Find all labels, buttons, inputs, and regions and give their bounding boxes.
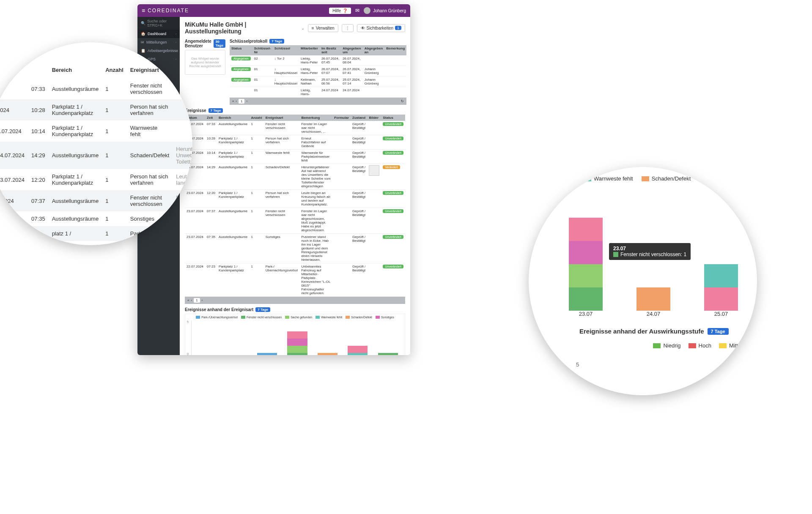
table-row[interactable]: 23.07.202407:35Ausstellungsräume1Sonstig… xyxy=(185,234,405,263)
help-icon: ❓ xyxy=(343,8,348,13)
user-name[interactable]: Johann Grünberg xyxy=(373,8,406,13)
table-row[interactable]: 26.07.202407:33Ausstellungsräume1Fenster… xyxy=(185,121,405,135)
table-row: 7.202407:37Ausstellungsräume1Fenster nic… xyxy=(0,190,192,211)
table-row[interactable]: Abgegeben02↓ Tor 2Liebig, Hans-Peter26.0… xyxy=(230,55,406,66)
sidebar-item-2[interactable]: 📋Arbeitsergebnisse‹ xyxy=(137,46,180,55)
search-icon: 🔍 xyxy=(141,21,145,25)
zoom-chart: Warnweste fehltSchaden/DefektS 23.07 Fen… xyxy=(529,167,757,395)
zoom-chart-title: Ereignisse anhand der Auswirkungsstufe xyxy=(579,328,704,335)
page-title: MiKuMu Halle GmbH | Ausstellungsleitung xyxy=(185,21,298,35)
paginator[interactable]: «‹1› xyxy=(185,297,405,304)
menu-icon[interactable]: ≡ xyxy=(142,7,145,14)
table-row[interactable]: 22.07.202407:23Parkplatz 1 / Kundenparkp… xyxy=(185,263,405,297)
avatar[interactable] xyxy=(364,7,370,14)
topbar: ≡ COREDINATE Hilfe ❓ ✉ Johann Grünberg xyxy=(137,4,410,17)
chevron-down-icon[interactable]: ⌄ xyxy=(301,26,304,30)
brand: COREDINATE xyxy=(148,8,189,14)
nav-icon: 📋 xyxy=(141,49,145,53)
table-row[interactable]: 25.07.202410:14Parkplatz 1 / Kundenparkp… xyxy=(185,150,405,164)
widget-users-title: Angemeldete Benutzer xyxy=(185,39,211,48)
table-row[interactable]: 01Liebig, Hans-24.07.202424.07.2024 xyxy=(230,87,406,98)
nav-icon: 🏠 xyxy=(141,32,145,36)
verwalten-button[interactable]: ≡Verwalten xyxy=(308,24,338,32)
events-table: DatumZeitBereichAnzahlEreignisartBemerku… xyxy=(185,115,405,297)
table-row: 5.07.202410:14Parkplatz 1 / Kundenparkpl… xyxy=(0,120,192,142)
sichtbarkeiten-button[interactable]: 👁Sichtbarkeiten 1 xyxy=(357,24,405,32)
chart-ereignisart: Park-/ÜbernachtungsverbotFenster nicht v… xyxy=(185,314,405,355)
table-row[interactable]: 25.07.202410:28Parkplatz 1 / Kundenparkp… xyxy=(185,135,405,150)
table-row[interactable]: 24.07.202414:29Ausstellungsräume1Schaden… xyxy=(185,164,405,190)
chart-tooltip: 23.07 Fenster nicht verschlossen: 1 xyxy=(609,243,691,260)
table-row[interactable]: 23.07.202412:20Parkplatz 1 / Kundenparkp… xyxy=(185,190,405,208)
keys-table: StatusSchlüssel-NrSchlüsselMitarbeiterIm… xyxy=(230,45,406,98)
search-input[interactable]: 🔍 Suche oder STRG+K xyxy=(137,17,180,30)
events-title: Ereignisse xyxy=(185,108,206,113)
widget-keys-title: Schlüsselprotokoll xyxy=(230,39,267,44)
nav-icon: ✉ xyxy=(141,40,144,44)
table-row[interactable]: Abgegeben01↓ HauptschlüsselKeilmann, Nat… xyxy=(230,77,406,87)
sidebar-item-1[interactable]: ✉Mitteilungen‹ xyxy=(137,38,180,46)
table-row: 07:33Ausstellungsräume1Fenster nicht ver… xyxy=(0,78,192,99)
table-row[interactable]: 23.07.202407:37Ausstellungsräume1Fenster… xyxy=(185,208,405,234)
paginator[interactable]: «‹1›↻ xyxy=(230,98,406,105)
sidebar-item-0[interactable]: 🏠Dashboard‹ xyxy=(137,30,180,38)
mail-icon[interactable]: ✉ xyxy=(355,8,359,14)
table-row: 23.07.202412:20Parkplatz 1 / Kundenparkp… xyxy=(0,169,192,190)
main-content: MiKuMu Halle GmbH | Ausstellungsleitung … xyxy=(180,17,410,355)
table-row: 202410:28Parkplatz 1 / Kundenparkplatz1P… xyxy=(0,99,192,120)
help-button[interactable]: Hilfe ❓ xyxy=(329,8,351,14)
refresh-icon[interactable]: ↻ xyxy=(401,99,404,103)
table-row[interactable]: Abgegeben01↓ HauptschlüsselLiebig, Hans-… xyxy=(230,66,406,77)
more-button[interactable]: ⋮ xyxy=(342,24,354,32)
table-row: 24.07.202414:29Ausstellungsräume1Schaden… xyxy=(0,142,192,169)
widget-placeholder: Das Widget wurde aufgrund fehlender Rech… xyxy=(185,50,225,75)
chart1-title: Ereignisse anhand der Ereignisart xyxy=(185,307,253,312)
